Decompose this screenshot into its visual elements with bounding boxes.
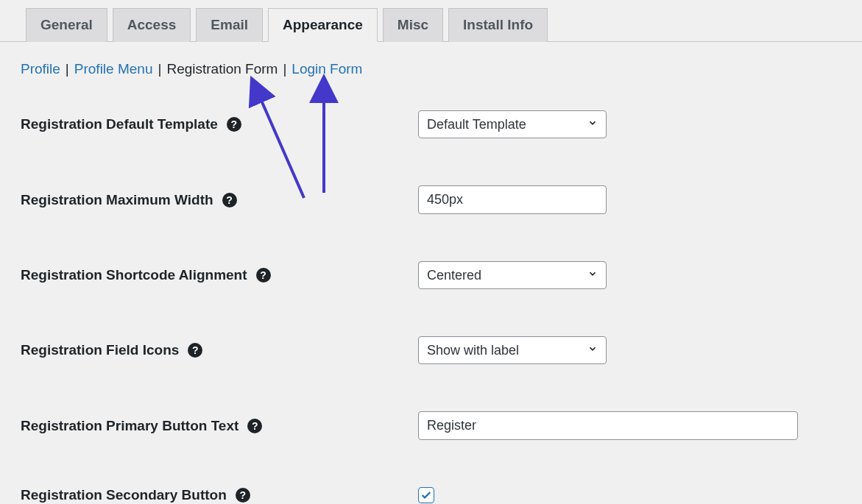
checkbox-secondary-button[interactable]: [418, 487, 434, 503]
separator: |: [158, 61, 161, 77]
tab-email[interactable]: Email: [196, 8, 263, 42]
tabs-nav: General Access Email Appearance Misc Ins…: [0, 7, 862, 42]
label-default-template: Registration Default Template: [21, 116, 218, 132]
select-default-template[interactable]: Default Template: [418, 110, 607, 138]
settings-form: Registration Default Template ? Default …: [0, 77, 862, 503]
subnav-login-form[interactable]: Login Form: [292, 61, 362, 77]
row-max-width: Registration Maximum Width ?: [21, 185, 862, 214]
tab-appearance[interactable]: Appearance: [268, 8, 378, 42]
tab-misc[interactable]: Misc: [383, 8, 443, 42]
row-secondary-button: Registration Secondary Button ?: [21, 487, 862, 503]
row-default-template: Registration Default Template ? Default …: [21, 110, 862, 138]
check-icon: [420, 489, 432, 501]
input-max-width[interactable]: [418, 185, 607, 214]
help-icon[interactable]: ?: [247, 419, 262, 433]
separator: |: [66, 61, 69, 77]
label-primary-button-text: Registration Primary Button Text: [21, 418, 239, 434]
select-shortcode-alignment[interactable]: Centered: [418, 261, 607, 289]
help-icon[interactable]: ?: [227, 117, 241, 132]
separator: |: [283, 61, 286, 77]
label-field-icons: Registration Field Icons: [21, 342, 179, 358]
select-field-icons[interactable]: Show with label: [418, 336, 607, 364]
subnav-registration-form[interactable]: Registration Form: [166, 61, 278, 77]
tab-general[interactable]: General: [26, 8, 107, 42]
subnav-profile-menu[interactable]: Profile Menu: [74, 61, 153, 77]
row-field-icons: Registration Field Icons ? Show with lab…: [21, 336, 862, 364]
help-icon[interactable]: ?: [236, 488, 250, 503]
row-primary-button-text: Registration Primary Button Text ?: [21, 411, 862, 440]
label-secondary-button: Registration Secondary Button: [21, 487, 227, 503]
tab-install-info[interactable]: Install Info: [448, 8, 548, 42]
tab-access[interactable]: Access: [113, 8, 191, 42]
label-max-width: Registration Maximum Width: [21, 192, 213, 208]
subnav-profile[interactable]: Profile: [21, 61, 60, 77]
help-icon[interactable]: ?: [188, 343, 202, 358]
label-shortcode-alignment: Registration Shortcode Alignment: [21, 267, 247, 283]
help-icon[interactable]: ?: [222, 193, 237, 207]
help-icon[interactable]: ?: [256, 268, 271, 283]
input-primary-button-text[interactable]: [418, 411, 798, 440]
row-shortcode-alignment: Registration Shortcode Alignment ? Cente…: [21, 261, 862, 289]
subnav: Profile | Profile Menu | Registration Fo…: [0, 42, 862, 77]
